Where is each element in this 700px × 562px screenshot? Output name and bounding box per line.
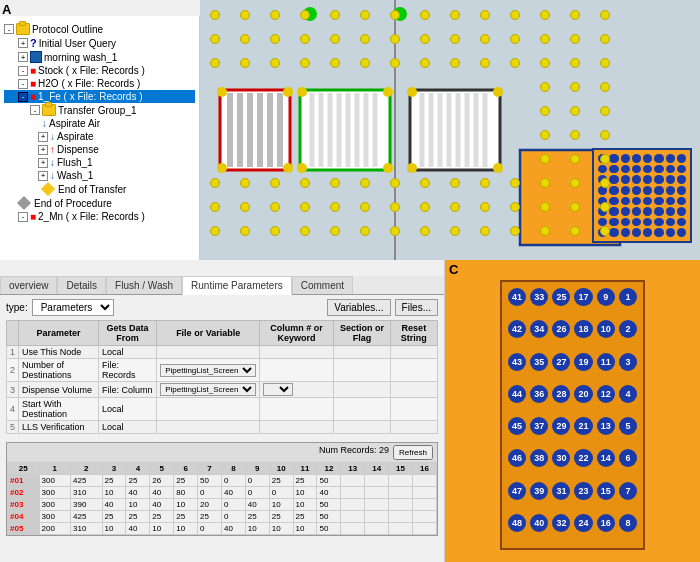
red-icon-stock: ■ <box>30 65 36 76</box>
row-num-3: 3 <box>7 382 19 398</box>
param-2: Number of Destinations <box>19 359 99 382</box>
expand-flush[interactable]: + <box>38 158 48 168</box>
tree-label-aspirate: Aspirate <box>57 131 94 142</box>
dh-14: 14 <box>365 463 389 475</box>
file-4 <box>157 398 260 421</box>
blue-circle: 33 <box>530 288 548 306</box>
expand-wash[interactable]: + <box>38 171 48 181</box>
tab-comment[interactable]: Comment <box>292 276 353 294</box>
blue-circle: 18 <box>574 320 592 338</box>
blue-circle: 5 <box>619 417 637 435</box>
expand-1fe[interactable]: - <box>18 92 28 102</box>
expand-morning[interactable]: + <box>18 52 28 62</box>
svg-point-36 <box>493 87 503 97</box>
blue-circle: 28 <box>552 385 570 403</box>
tab-details[interactable]: Details <box>57 276 106 294</box>
dh-3: 3 <box>102 463 126 475</box>
tree-item-aspirate[interactable]: + ↓ Aspirate <box>4 130 195 143</box>
sect-5 <box>334 421 391 434</box>
data-scroll[interactable]: 25 1 2 3 4 5 6 7 8 9 10 11 12 <box>7 462 437 535</box>
d1-7: 50 <box>198 475 222 487</box>
tree-item-end-transfer[interactable]: End of Transfer <box>4 182 195 196</box>
expand-stock[interactable]: - <box>18 66 28 76</box>
tree-item-end-proc[interactable]: End of Procedure <box>4 196 195 210</box>
row-label-5: #05 <box>8 523 40 535</box>
tree-item-transfer[interactable]: - Transfer Group_1 <box>4 103 195 117</box>
gets-3: File: Column <box>98 382 156 398</box>
table-row: 2 Number of Destinations File: Records P… <box>7 359 438 382</box>
expand-h2o[interactable]: - <box>18 79 28 89</box>
svg-point-25 <box>383 163 393 173</box>
variables-button[interactable]: Variables... <box>327 299 390 316</box>
blue-circle: 20 <box>574 385 592 403</box>
expand-query[interactable]: + <box>18 38 28 48</box>
blue-circle: 8 <box>619 514 637 532</box>
expand-aspirate[interactable]: + <box>38 132 48 142</box>
row-label-4: #04 <box>8 511 40 523</box>
tab-flush-wash[interactable]: Flush / Wash <box>106 276 182 294</box>
tree-label-transfer: Transfer Group_1 <box>58 105 137 116</box>
blue-circle: 40 <box>530 514 548 532</box>
red-icon-2mn: ■ <box>30 211 36 222</box>
folder-icon-protocol <box>16 23 30 35</box>
svg-point-23 <box>383 87 393 97</box>
row-num-4: 4 <box>7 398 19 421</box>
refresh-btn[interactable]: Refresh <box>393 445 433 460</box>
tree-item-query[interactable]: + ? Initial User Query <box>4 36 195 50</box>
tree-item-dispense[interactable]: + ↑ Dispense <box>4 143 195 156</box>
tab-overview[interactable]: overview <box>0 276 57 294</box>
dh-10: 10 <box>269 463 293 475</box>
blue-circle: 45 <box>508 417 526 435</box>
file-1 <box>157 346 260 359</box>
tab-runtime-params[interactable]: Runtime Parameters <box>182 276 292 295</box>
row-label-3: #03 <box>8 499 40 511</box>
svg-point-38 <box>493 163 503 173</box>
tree-item-stock[interactable]: - ■ Stock ( x File: Records ) <box>4 64 195 77</box>
tree-item-1fe[interactable]: - ■ 1_Fe ( x File: Records ) <box>4 90 195 103</box>
d1-15 <box>389 475 413 487</box>
blue-circle: 15 <box>597 482 615 500</box>
table-row: #03 3003904010401020040101050 <box>8 499 437 511</box>
blue-circle: 47 <box>508 482 526 500</box>
d1-6: 25 <box>174 475 198 487</box>
tree-item-2mn[interactable]: - ■ 2_Mn ( x File: Records ) <box>4 210 195 223</box>
red-icon-h2o: ■ <box>30 78 36 89</box>
expand-transfer[interactable]: - <box>30 105 40 115</box>
tree-item-morning[interactable]: + morning wash_1 <box>4 50 195 64</box>
tree-label-dispense: Dispense <box>57 144 99 155</box>
blue-circle: 10 <box>597 320 615 338</box>
reset-1 <box>390 346 437 359</box>
tree-label-wash: Wash_1 <box>57 170 93 181</box>
tree-item-flush[interactable]: + ↓ Flush_1 <box>4 156 195 169</box>
table-row: 3 Dispense Volume File: Column Pipetting… <box>7 382 438 398</box>
pipette-icon-asp: ↓ <box>50 131 55 142</box>
file-2-select[interactable]: PipettingList_Screen <box>160 364 256 377</box>
tree-item-protocol[interactable]: - Protocol Outline <box>4 22 195 36</box>
tree-item-aspirate-air[interactable]: ↓ Aspirate Air <box>4 117 195 130</box>
diamond-icon-proc <box>18 197 32 209</box>
file-3: PipettingList_Screen <box>157 382 260 398</box>
expand-dispense[interactable]: + <box>38 145 48 155</box>
green-dot-2 <box>393 7 407 21</box>
params-type-row: type: Parameters Variables... Files... <box>6 299 438 316</box>
blue-circle: 6 <box>619 449 637 467</box>
blue-circle: 29 <box>552 417 570 435</box>
files-button[interactable]: Files... <box>395 299 438 316</box>
pipette-icon-wash: ↓ <box>50 170 55 181</box>
tree-label-end-transfer: End of Transfer <box>58 184 126 195</box>
col-gets: Gets Data From <box>98 321 156 346</box>
type-select[interactable]: Parameters <box>32 299 114 316</box>
file-3-select[interactable]: PipettingList_Screen <box>160 383 256 396</box>
blue-circle: 26 <box>552 320 570 338</box>
tree-label-2mn: 2_Mn ( x File: Records ) <box>38 211 145 222</box>
tree-label-stock: Stock ( x File: Records ) <box>38 65 145 76</box>
d1-2: 425 <box>71 475 103 487</box>
tree-label-flush: Flush_1 <box>57 157 93 168</box>
tree-panel: - Protocol Outline + ? Initial User Quer… <box>0 16 200 260</box>
expand-protocol[interactable]: - <box>4 24 14 34</box>
expand-2mn[interactable]: - <box>18 212 28 222</box>
tree-item-h2o[interactable]: - ■ H2O ( x File: Records ) <box>4 77 195 90</box>
tree-item-wash[interactable]: + ↓ Wash_1 <box>4 169 195 182</box>
row-num-1: 1 <box>7 346 19 359</box>
col-3-select[interactable] <box>263 383 293 396</box>
